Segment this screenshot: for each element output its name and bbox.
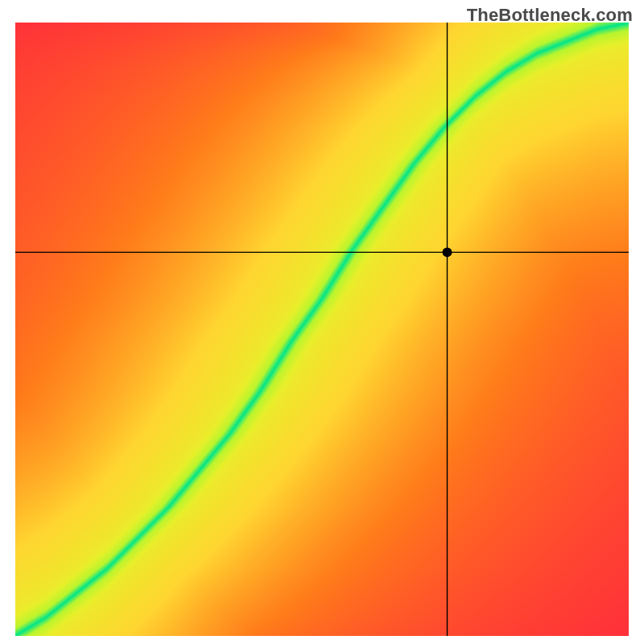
watermark-text: TheBottleneck.com bbox=[467, 5, 633, 26]
chart-container: TheBottleneck.com bbox=[0, 0, 644, 644]
heatmap-canvas bbox=[15, 23, 629, 636]
